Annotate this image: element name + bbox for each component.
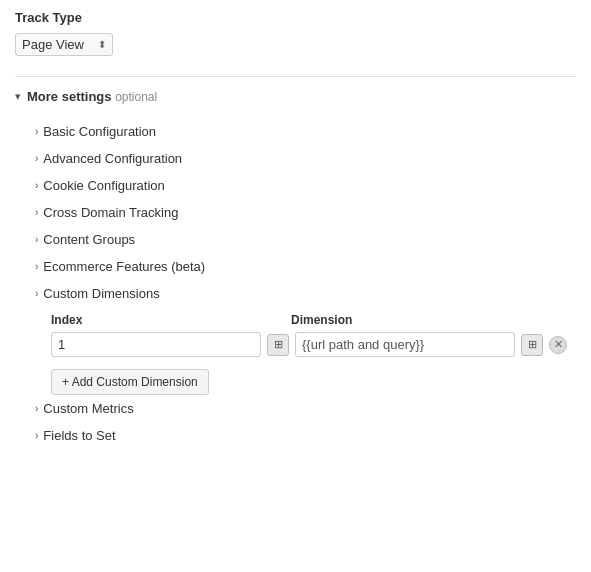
content-groups-label: Content Groups <box>43 232 135 247</box>
fields-to-set-label: Fields to Set <box>43 428 115 443</box>
dimensions-table: Index Dimension ⊞ ⊞ ✕ + Add Custom Dimen… <box>35 313 576 395</box>
more-settings-label: More settings <box>27 89 112 104</box>
track-type-section: Track Type Page View Event Transaction S… <box>15 10 576 56</box>
custom-dimensions-section: › Custom Dimensions Index Dimension ⊞ ⊞ … <box>15 280 576 395</box>
basic-config-label: Basic Configuration <box>43 124 156 139</box>
add-custom-dimension-button[interactable]: + Add Custom Dimension <box>51 369 209 395</box>
custom-metrics-label: Custom Metrics <box>43 401 133 416</box>
cross-domain-label: Cross Domain Tracking <box>43 205 178 220</box>
cross-domain-chevron-icon: › <box>35 207 38 218</box>
index-tag-icon[interactable]: ⊞ <box>267 334 289 356</box>
cookie-config-label: Cookie Configuration <box>43 178 164 193</box>
divider <box>15 76 576 77</box>
col-header-index: Index <box>51 313 281 327</box>
advanced-config-chevron-icon: › <box>35 153 38 164</box>
custom-dimensions-chevron-icon: › <box>35 288 38 299</box>
custom-metrics-item[interactable]: › Custom Metrics <box>15 395 576 422</box>
ecommerce-chevron-icon: › <box>35 261 38 272</box>
ecommerce-label: Ecommerce Features (beta) <box>43 259 205 274</box>
add-custom-dimension-label: + Add Custom Dimension <box>62 375 198 389</box>
advanced-config-item[interactable]: › Advanced Configuration <box>15 145 576 172</box>
track-type-select-wrapper[interactable]: Page View Event Transaction Social Timin… <box>15 33 113 56</box>
cross-domain-item[interactable]: › Cross Domain Tracking <box>15 199 576 226</box>
index-input[interactable] <box>51 332 261 357</box>
select-arrow-icon: ⬍ <box>98 39 106 50</box>
advanced-config-label: Advanced Configuration <box>43 151 182 166</box>
col-header-dimension: Dimension <box>291 313 352 327</box>
table-row: ⊞ ⊞ ✕ <box>51 332 576 357</box>
basic-config-item[interactable]: › Basic Configuration <box>15 118 576 145</box>
track-type-select[interactable]: Page View Event Transaction Social Timin… <box>22 37 94 52</box>
optional-label: optional <box>115 90 157 104</box>
more-settings-container: ▾ More settings optional › Basic Configu… <box>15 89 576 449</box>
content-groups-chevron-icon: › <box>35 234 38 245</box>
fields-to-set-item[interactable]: › Fields to Set <box>15 422 576 449</box>
basic-config-chevron-icon: › <box>35 126 38 137</box>
cookie-config-item[interactable]: › Cookie Configuration <box>15 172 576 199</box>
custom-dimensions-label: Custom Dimensions <box>43 286 159 301</box>
custom-metrics-chevron-icon: › <box>35 403 38 414</box>
dimension-tag-icon[interactable]: ⊞ <box>521 334 543 356</box>
cookie-config-chevron-icon: › <box>35 180 38 191</box>
dim-col-headers: Index Dimension <box>51 313 576 327</box>
content-groups-item[interactable]: › Content Groups <box>15 226 576 253</box>
custom-dimensions-header[interactable]: › Custom Dimensions <box>35 280 576 307</box>
track-type-title: Track Type <box>15 10 576 25</box>
more-settings-title: More settings optional <box>27 89 157 104</box>
dimension-input[interactable] <box>295 332 515 357</box>
remove-dimension-button[interactable]: ✕ <box>549 336 567 354</box>
more-settings-header[interactable]: ▾ More settings optional <box>15 89 576 104</box>
more-settings-chevron-icon: ▾ <box>15 90 21 103</box>
ecommerce-item[interactable]: › Ecommerce Features (beta) <box>15 253 576 280</box>
fields-to-set-chevron-icon: › <box>35 430 38 441</box>
